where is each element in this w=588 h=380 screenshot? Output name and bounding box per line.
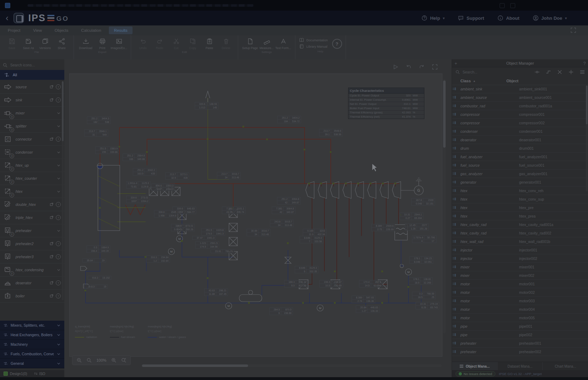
open-library-icon[interactable] [49, 281, 54, 285]
object-row-preheater001[interactable]: preheaterpreheater001 [452, 339, 588, 348]
toolbar-button-versions[interactable]: Versions [37, 37, 53, 50]
open-library-icon[interactable] [49, 98, 54, 102]
object-row-pipe002[interactable]: pipepipe002 [452, 331, 588, 339]
object-row-gas-analyzer001[interactable]: gas_analyzergas_analyzer001 [452, 170, 588, 178]
component-help-icon[interactable]: ? [56, 137, 61, 142]
open-library-icon[interactable] [49, 202, 54, 207]
object-row-htex-conv-sup[interactable]: htexhtex_conv_sup [452, 195, 588, 203]
sidebar-item-sink[interactable]: sink? [0, 94, 64, 107]
add-object-icon[interactable] [569, 70, 574, 75]
panel-help-icon[interactable]: ? [581, 61, 588, 66]
object-row-injector002[interactable]: injectorinjector002 [452, 254, 588, 263]
sidebar-item-all[interactable]: All [0, 70, 64, 80]
sidebar-category-general[interactable]: General [0, 359, 64, 368]
list-view-icon[interactable] [580, 70, 585, 75]
sidebar-item-htex[interactable]: 2htex [0, 185, 64, 198]
sidebar-item-preheater3[interactable]: preheater3? [0, 250, 64, 263]
object-row-preheater002[interactable]: preheaterpreheater002 [452, 348, 588, 356]
sidebar-item-double-htex[interactable]: double_htex? [0, 198, 64, 211]
component-help-icon[interactable]: ? [56, 202, 61, 207]
open-library-icon[interactable] [49, 294, 54, 298]
toolbar-help-button[interactable]: ? [332, 39, 342, 49]
object-row-motor001[interactable]: motormotor001 [452, 280, 588, 288]
object-row-deaerator001[interactable]: deaeratordeaerator001 [452, 136, 588, 144]
sidebar-item-mixer[interactable]: 3mixer [0, 107, 64, 120]
object-row-drum001[interactable]: drumdrum001 [452, 144, 588, 153]
toolbar-button-print[interactable]: Print [94, 37, 111, 50]
chevron-down-icon[interactable] [57, 176, 61, 180]
clear-filter-icon[interactable] [557, 70, 562, 75]
tab-dataset-mana[interactable]: Dataset Mana... [498, 362, 543, 370]
node-filter-icon[interactable] [535, 70, 540, 75]
object-row-injector001[interactable]: injectorinjector001 [452, 246, 588, 254]
object-row-compressor001[interactable]: compressorcompressor001 [452, 110, 588, 119]
sidebar-search[interactable] [3, 61, 59, 69]
object-row-htex-conv-reh[interactable]: htexhtex_conv_reh [452, 186, 588, 195]
chevron-down-icon[interactable] [57, 150, 61, 154]
component-help-icon[interactable]: ? [56, 84, 61, 89]
object-row-ambient-sink001[interactable]: ambient_sinkambient_sink001 [452, 85, 588, 93]
object-row-generator001[interactable]: generatorgenerator001 [452, 178, 588, 186]
sidebar-category-mixers-splitters-etc[interactable]: Mixers, Splitters, etc. [0, 321, 64, 330]
browser-extension-icon[interactable] [500, 3, 505, 8]
open-library-icon[interactable] [49, 215, 54, 220]
object-row-compressor002[interactable]: compressorcompressor002 [452, 119, 588, 127]
sidebar-item-boiler[interactable]: boiler? [0, 290, 64, 303]
object-row-condenser001[interactable]: condensercondenser001 [452, 127, 588, 136]
back-button[interactable]: ‹ [6, 14, 8, 22]
object-search-input[interactable] [462, 70, 502, 75]
object-row-pipe001[interactable]: pipepipe001 [452, 322, 588, 331]
panel-add-icon[interactable]: + [452, 61, 460, 66]
zoom-select-icon[interactable] [87, 358, 92, 363]
menu-calculation[interactable]: Calculation [76, 26, 106, 34]
canvas-vscrollbar[interactable] [443, 79, 446, 333]
toolbar-button-measure[interactable]: Measure... [258, 37, 275, 50]
zoom-in-icon[interactable] [111, 358, 116, 363]
menu-objects[interactable]: Objects [50, 26, 74, 34]
chevron-down-icon[interactable] [57, 163, 61, 167]
step-filter-icon[interactable] [546, 70, 551, 75]
flowsheet-canvas[interactable]: G M M M M M [64, 59, 452, 377]
tab-object-mana[interactable]: Object Mana... [452, 362, 498, 370]
sidebar-item-splitter[interactable]: 3splitter [0, 120, 64, 133]
sidebar-item-deaerator[interactable]: deaerator? [0, 277, 64, 290]
sidebar-category-fuels-combustion-conversi[interactable]: Fuels, Combustion, Conversi [0, 349, 64, 359]
object-search[interactable] [452, 68, 588, 76]
toolbar-button-download[interactable]: Download [77, 37, 94, 50]
object-row-motor002[interactable]: motormotor002 [452, 288, 588, 297]
object-row-htex-cavity-rad002[interactable]: htex_cavity_radhtex_cavity_rad002 [452, 229, 588, 237]
zoom-out-icon[interactable] [77, 358, 82, 363]
column-object[interactable]: Object [506, 79, 518, 83]
sidebar-item-preheater2[interactable]: preheater2? [0, 237, 64, 250]
object-row-combustor-rad001a[interactable]: combustor_radcombustor_rad001a [452, 102, 588, 110]
chevron-down-icon[interactable] [57, 268, 61, 272]
browser-menu-icon[interactable] [510, 3, 515, 8]
sidebar-item-htex-condensing[interactable]: 2htex_condensing [0, 263, 64, 277]
toolbar-button-save-as[interactable]: Save As [20, 37, 37, 50]
sidebar-search-input[interactable] [10, 63, 59, 67]
canvas-hscrollbar[interactable] [141, 364, 442, 367]
open-library-icon[interactable] [49, 137, 54, 141]
component-help-icon[interactable]: ? [56, 280, 61, 285]
object-row-mixer001[interactable]: mixermixer001 [452, 263, 588, 271]
sidebar-category-heat-exchangers-boilers[interactable]: Heat Exchangers, Boilers [0, 330, 64, 340]
component-help-icon[interactable]: ? [56, 293, 61, 298]
component-help-icon[interactable]: ? [56, 215, 61, 220]
component-help-icon[interactable]: ? [56, 241, 61, 246]
fullscreen-icon[interactable] [571, 28, 576, 33]
sidebar-item-connector[interactable]: Cconnector? [0, 133, 64, 146]
object-row-htex-prea[interactable]: htexhtex_prea [452, 212, 588, 220]
sidebar-scrollbar[interactable] [62, 81, 64, 300]
sidebar-item-triple-htex[interactable]: triple_htex? [0, 211, 64, 224]
component-help-icon[interactable]: ? [56, 254, 61, 259]
header-help[interactable]: Help▾ [422, 15, 445, 21]
issues-badge[interactable]: No issues detected [455, 371, 495, 376]
open-library-icon[interactable] [49, 255, 54, 259]
chevron-down-icon[interactable] [57, 228, 61, 233]
header-about[interactable]: About [498, 15, 519, 21]
open-library-icon[interactable] [49, 85, 54, 89]
sidebar-item-htex-counter[interactable]: 2htex_counter [0, 172, 64, 185]
toolbar-button-images-ex[interactable]: Images/Ex... [111, 37, 127, 50]
header-support[interactable]: Support [458, 15, 484, 21]
toolbar-button-share[interactable]: Share [53, 37, 70, 50]
